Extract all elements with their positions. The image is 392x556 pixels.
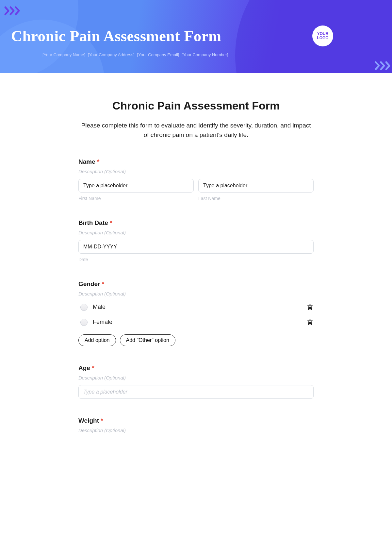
field-label: Gender * bbox=[78, 280, 314, 288]
field-age: Age * Description (Optional) bbox=[78, 364, 314, 399]
birthdate-input[interactable] bbox=[78, 240, 314, 254]
label-text: Birth Date bbox=[78, 219, 108, 226]
field-label: Name * bbox=[78, 158, 314, 165]
option-label[interactable]: Female bbox=[93, 319, 112, 326]
label-text: Name bbox=[78, 158, 95, 165]
label-text: Age bbox=[78, 364, 90, 371]
banner-meta: [Your Company Name] [Your Company Addres… bbox=[0, 52, 392, 57]
header-banner: Chronic Pain Assessment Form YOUR LOGO [… bbox=[0, 0, 392, 73]
field-description-hint[interactable]: Description (Optional) bbox=[78, 428, 314, 433]
meta-company: [Your Company Name] bbox=[42, 52, 85, 57]
birthdate-caption: Date bbox=[78, 257, 314, 262]
chevron-right-icon bbox=[374, 61, 392, 71]
form-container: Chronic Pain Assessment Form Please comp… bbox=[78, 99, 314, 433]
field-description-hint[interactable]: Description (Optional) bbox=[78, 291, 314, 296]
field-label: Weight * bbox=[78, 417, 314, 424]
last-name-caption: Last Name bbox=[198, 196, 314, 201]
field-name: Name * Description (Optional) First Name… bbox=[78, 158, 314, 201]
add-other-option-button[interactable]: Add "Other" option bbox=[120, 334, 175, 346]
form-description: Please complete this form to evaluate an… bbox=[78, 121, 314, 140]
first-name-input[interactable] bbox=[78, 179, 194, 193]
field-label: Age * bbox=[78, 364, 314, 372]
field-description-hint[interactable]: Description (Optional) bbox=[78, 169, 314, 174]
meta-address: [Your Company Address] bbox=[88, 52, 135, 57]
radio-icon[interactable] bbox=[80, 304, 88, 311]
required-indicator: * bbox=[101, 417, 103, 424]
field-gender: Gender * Description (Optional) Male Fem… bbox=[78, 280, 314, 346]
last-name-input[interactable] bbox=[198, 179, 314, 193]
trash-icon[interactable] bbox=[306, 319, 314, 326]
add-option-button[interactable]: Add option bbox=[78, 334, 116, 346]
label-text: Weight bbox=[78, 417, 99, 424]
first-name-caption: First Name bbox=[78, 196, 194, 201]
required-indicator: * bbox=[110, 219, 112, 226]
gender-option: Female bbox=[78, 316, 314, 331]
field-description-hint[interactable]: Description (Optional) bbox=[78, 375, 314, 380]
trash-icon[interactable] bbox=[306, 304, 314, 311]
radio-icon[interactable] bbox=[80, 319, 88, 326]
required-indicator: * bbox=[92, 364, 94, 371]
required-indicator: * bbox=[102, 280, 104, 287]
logo-placeholder: YOUR LOGO bbox=[312, 25, 333, 46]
field-birthdate: Birth Date * Description (Optional) Date bbox=[78, 219, 314, 262]
age-input[interactable] bbox=[78, 385, 314, 399]
gender-option: Male bbox=[78, 301, 314, 316]
meta-email: [Your Company Email] bbox=[137, 52, 179, 57]
banner-title: Chronic Pain Assessment Form bbox=[11, 27, 221, 45]
field-weight: Weight * Description (Optional) bbox=[78, 417, 314, 433]
option-label[interactable]: Male bbox=[93, 304, 106, 311]
meta-number: [Your Company Number] bbox=[182, 52, 228, 57]
field-label: Birth Date * bbox=[78, 219, 314, 227]
field-description-hint[interactable]: Description (Optional) bbox=[78, 230, 314, 235]
label-text: Gender bbox=[78, 280, 100, 287]
required-indicator: * bbox=[97, 158, 99, 165]
form-title: Chronic Pain Assessment Form bbox=[78, 99, 314, 112]
